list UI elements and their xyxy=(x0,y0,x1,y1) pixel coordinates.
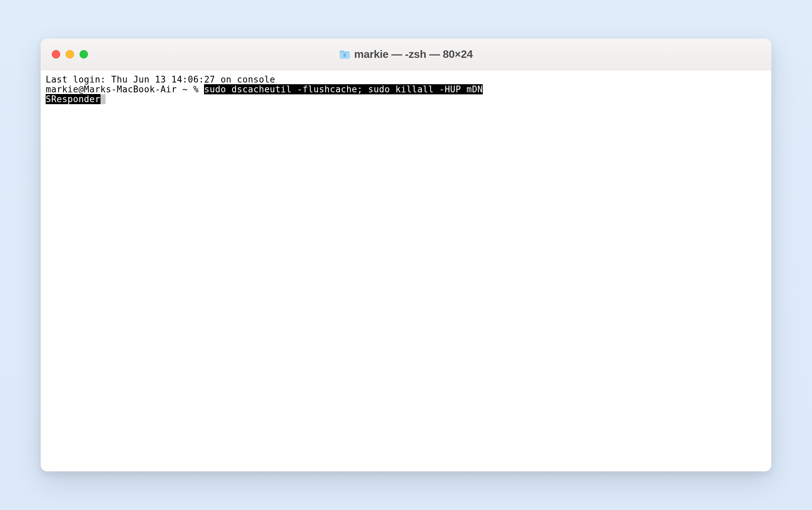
cursor xyxy=(100,94,106,104)
prompt-line-2: SResponder xyxy=(46,94,766,104)
command-selection-part2[interactable]: SResponder xyxy=(46,94,100,104)
last-login-text: Last login: Thu Jun 13 14:06:27 on conso… xyxy=(46,75,766,85)
title-area: markie — -zsh — 80×24 xyxy=(339,48,473,61)
zoom-button[interactable] xyxy=(80,50,88,59)
window-title: markie — -zsh — 80×24 xyxy=(354,48,473,61)
minimize-button[interactable] xyxy=(66,50,74,59)
traffic-lights xyxy=(52,50,88,59)
terminal-window: markie — -zsh — 80×24 Last login: Thu Ju… xyxy=(41,39,771,471)
command-selection-part1[interactable]: sudo dscacheutil -flushcache; sudo killa… xyxy=(204,84,483,94)
close-button[interactable] xyxy=(52,50,60,59)
prompt-line: markie@Marks-MacBook-Air ~ % sudo dscach… xyxy=(46,85,766,94)
title-bar[interactable]: markie — -zsh — 80×24 xyxy=(41,39,771,70)
terminal-body[interactable]: Last login: Thu Jun 13 14:06:27 on conso… xyxy=(41,70,771,471)
folder-icon xyxy=(339,50,350,59)
prompt-text: markie@Marks-MacBook-Air ~ % xyxy=(46,84,204,94)
